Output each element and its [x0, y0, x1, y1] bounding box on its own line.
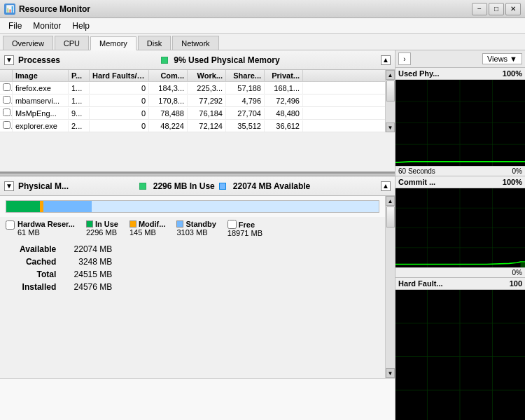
tab-overview[interactable]: Overview: [3, 36, 53, 50]
detail-cached-row: Cached 3248 MB: [14, 255, 118, 268]
detail-installed-row: Installed 24576 MB: [14, 281, 118, 293]
memory-legend: Hardwa Reser... 61 MB In Use 2296 MB: [0, 217, 385, 240]
bar-inuse: [6, 201, 40, 212]
mem-scroll-track[interactable]: [386, 206, 395, 368]
detail-available-value: 22074 MB: [62, 243, 118, 255]
row-com-1: 170,8...: [149, 95, 188, 106]
process-checkbox-3[interactable]: [3, 121, 10, 129]
detail-installed-value: 24576 MB: [62, 281, 118, 293]
detail-cached-value: 3248 MB: [62, 255, 118, 268]
commit-bottom: 0%: [396, 267, 525, 277]
detail-total-row: Total 24515 MB: [14, 268, 118, 281]
standby-legend-value: 3103 MB: [176, 228, 216, 237]
legend-inuse: In Use 2296 MB: [86, 220, 118, 237]
tab-disk[interactable]: Disk: [138, 36, 171, 50]
row-share-1: 4,796: [226, 95, 265, 106]
memory-scroll-up[interactable]: ▲: [381, 181, 391, 191]
menu-monitor[interactable]: Monitor: [27, 20, 66, 32]
processes-header: ▼ Processes 9% Used Physical Memory ▲: [0, 50, 395, 70]
table-row: mbamservi... 1... 0 170,8... 77,292 4,79…: [0, 94, 385, 107]
detail-total-label: Total: [14, 268, 62, 281]
processes-scrollbar[interactable]: ▲ ▼: [385, 70, 395, 132]
process-checkbox-2[interactable]: [3, 108, 10, 116]
hardware-checkbox[interactable]: [6, 220, 15, 230]
inuse-color-box: [86, 220, 93, 227]
app-title: Resource Monitor: [19, 4, 90, 14]
used-physical-canvas: [396, 80, 525, 166]
title-bar: 📊 Resource Monitor − □ ✕: [0, 0, 525, 18]
row-checkbox-3: [0, 120, 13, 132]
modified-legend-label: Modif...: [139, 220, 166, 228]
maximize-button[interactable]: □: [489, 3, 504, 15]
mem-scroll-up-btn[interactable]: ▲: [386, 196, 395, 206]
row-work-2: 76,184: [188, 108, 226, 119]
header-pid[interactable]: P...: [69, 70, 90, 81]
commit-header: Commit ... 100%: [396, 176, 525, 188]
processes-table-container: Image P... Hard Faults/sec Com... Work..…: [0, 70, 395, 132]
process-checkbox-0[interactable]: [3, 83, 10, 91]
hardfault-header: Hard Fault... 100: [396, 278, 525, 290]
used-physical-bottom: 60 Seconds 0%: [396, 166, 525, 176]
legend-standby: Standby 3103 MB: [176, 220, 216, 237]
scroll-track[interactable]: [386, 80, 395, 122]
menu-bar: File Monitor Help: [0, 18, 525, 34]
free-legend-value: 18971 MB: [227, 229, 262, 237]
main-layout: ▼ Processes 9% Used Physical Memory ▲ Im…: [0, 50, 525, 420]
scroll-thumb[interactable]: [386, 80, 395, 102]
header-image[interactable]: Image: [13, 70, 69, 81]
commit-high: 100%: [503, 178, 522, 186]
row-hf-3: 0: [90, 120, 149, 132]
header-priv[interactable]: Privat...: [265, 70, 303, 81]
header-share[interactable]: Share...: [226, 70, 265, 81]
memory-scrollbar[interactable]: ▲ ▼: [385, 196, 395, 378]
header-com[interactable]: Com...: [149, 70, 188, 81]
row-image-2: MsMpEng...: [13, 108, 69, 119]
tab-memory[interactable]: Memory: [90, 36, 136, 50]
scroll-down-btn[interactable]: ▼: [386, 122, 395, 132]
row-checkbox-1: [0, 94, 13, 106]
mem-scroll-thumb[interactable]: [386, 206, 395, 227]
hardfault-title: Hard Fault...: [398, 279, 443, 288]
menu-file[interactable]: File: [3, 20, 27, 32]
legend-free: Free 18971 MB: [227, 220, 262, 237]
commit-svg: [396, 188, 525, 267]
detail-installed-label: Installed: [14, 281, 62, 293]
header-hf[interactable]: Hard Faults/sec: [90, 70, 149, 81]
tab-network[interactable]: Network: [172, 36, 218, 50]
commit-low: 0%: [512, 269, 522, 276]
hardfault-high: 100: [510, 279, 522, 288]
close-button[interactable]: ✕: [505, 3, 521, 15]
inuse-legend-value: 2296 MB: [86, 228, 118, 237]
mem-scroll-down-btn[interactable]: ▼: [386, 368, 395, 378]
time-label: 60 Seconds: [398, 167, 435, 175]
row-hf-1: 0: [90, 95, 149, 106]
row-priv-0: 168,1...: [265, 83, 303, 94]
tab-bar: Overview CPU Memory Disk Network: [0, 34, 525, 50]
views-label: Views: [487, 55, 507, 63]
tab-cpu[interactable]: CPU: [55, 36, 89, 50]
row-checkbox-0: [0, 82, 13, 94]
memory-collapse-btn[interactable]: ▼: [4, 181, 14, 191]
minimize-button[interactable]: −: [472, 3, 487, 15]
processes-collapse-btn[interactable]: ▼: [4, 55, 14, 65]
header-work[interactable]: Work...: [188, 70, 226, 81]
commit-chart: Commit ... 100% 0%: [396, 176, 525, 278]
free-checkbox[interactable]: [227, 220, 237, 229]
processes-section: ▼ Processes 9% Used Physical Memory ▲ Im…: [0, 50, 395, 173]
row-priv-3: 36,612: [265, 120, 303, 132]
row-work-0: 225,3...: [188, 83, 226, 94]
menu-help[interactable]: Help: [66, 20, 95, 32]
memory-bar: [6, 200, 379, 213]
row-pid-2: 9...: [69, 108, 90, 119]
legend-modified: Modif... 145 MB: [130, 220, 166, 237]
views-button[interactable]: Views ▼: [482, 53, 522, 64]
bar-free: [92, 201, 379, 212]
standby-legend-label: Standby: [186, 220, 216, 228]
memory-details: Available 22074 MB Cached 3248 MB Total …: [0, 240, 385, 296]
scroll-up-btn[interactable]: ▲: [386, 70, 395, 80]
chart-nav-btn[interactable]: ›: [398, 52, 411, 65]
memory-inuse-label: 2296 MB In Use: [153, 181, 215, 191]
processes-scroll-up[interactable]: ▲: [381, 55, 391, 65]
process-checkbox-1[interactable]: [3, 96, 10, 104]
processes-subtitle: 9% Used Physical Memory: [174, 55, 279, 65]
